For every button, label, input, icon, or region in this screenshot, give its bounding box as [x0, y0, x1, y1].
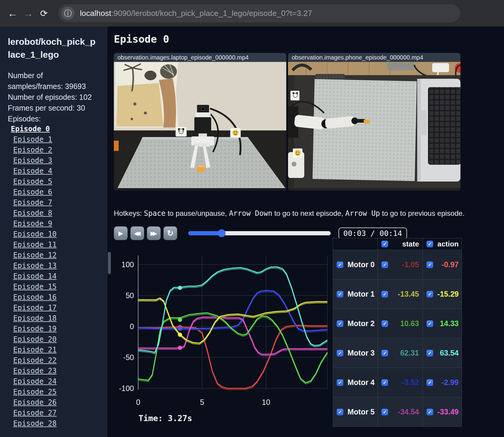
motor-checkbox[interactable]: ✓: [337, 261, 343, 268]
episode-list-item: Episode 18: [8, 313, 101, 324]
loop-button[interactable]: ↻: [163, 226, 177, 240]
episode-link[interactable]: Episode 26: [13, 398, 57, 407]
motor-checkbox[interactable]: ✓: [337, 291, 343, 298]
state-checkbox[interactable]: ✓: [381, 350, 388, 356]
hotkeys-help: Hotkeys: Space to pause/unpause, Arrow D…: [114, 209, 465, 218]
svg-text:10: 10: [262, 398, 270, 406]
episode-list-item: Episode 27: [8, 408, 101, 419]
state-checkbox[interactable]: ✓: [381, 261, 388, 268]
episode-link[interactable]: Episode 12: [13, 251, 57, 259]
sidebar: lerobot/koch_pick_place_1_lego Number of…: [0, 26, 107, 437]
action-cell: ✓-33.49: [423, 397, 462, 426]
motor-name-cell: ✓Motor 2: [333, 309, 378, 338]
episode-link[interactable]: Episode 2: [13, 146, 52, 154]
dataset-stats: Number of samples/frames: 39693 Number o…: [8, 70, 95, 124]
episode-link[interactable]: Episode 19: [13, 325, 57, 333]
state-value: 62.31: [400, 349, 419, 357]
state-value: 10.63: [400, 319, 419, 328]
episode-list-item: Episode 0: [8, 124, 101, 135]
episode-link[interactable]: Episode 6: [13, 188, 52, 196]
forward-icon[interactable]: →: [20, 8, 36, 19]
motor-row: ✓Motor 5✓-34.54✓-33.49: [333, 397, 462, 426]
seek-slider[interactable]: [188, 231, 331, 235]
dataset-title: lerobot/koch_pick_place_1_lego: [8, 35, 98, 61]
action-checkbox[interactable]: ✓: [427, 291, 433, 298]
back-icon[interactable]: ←: [5, 8, 20, 19]
svg-text:-100: -100: [119, 384, 134, 393]
motor-checkbox[interactable]: ✓: [337, 320, 343, 327]
video-title-laptop: observation.images.laptop_episode_000000…: [114, 53, 286, 62]
episode-link[interactable]: Episode 28: [13, 419, 57, 428]
episode-link[interactable]: Episode 23: [13, 367, 57, 375]
stat-samples: Number of samples/frames: 39693: [8, 70, 95, 92]
state-checkbox[interactable]: ✓: [381, 409, 388, 415]
url-bar[interactable]: ⓘ localhost:9090/lerobot/koch_pick_place…: [58, 4, 460, 22]
episode-link[interactable]: Episode 14: [13, 272, 57, 280]
state-all-checkbox[interactable]: ✓: [381, 241, 388, 247]
state-checkbox[interactable]: ✓: [381, 379, 388, 386]
episode-link[interactable]: Episode 9: [13, 219, 52, 228]
episode-list-item: Episode 12: [8, 250, 101, 261]
episode-list-item: Episode 21: [8, 345, 101, 356]
motor-name: Motor 3: [348, 349, 375, 357]
svg-text:50: 50: [126, 291, 134, 300]
episode-link[interactable]: Episode 21: [13, 346, 57, 354]
action-checkbox[interactable]: ✓: [427, 350, 433, 356]
scrollbar-thumb[interactable]: [108, 252, 111, 274]
motor-checkbox[interactable]: ✓: [337, 350, 343, 356]
action-checkbox[interactable]: ✓: [427, 409, 433, 415]
play-button[interactable]: ▶: [114, 226, 128, 240]
state-value: -13.45: [398, 290, 419, 298]
browser-chrome: ← → ⟳ ⓘ localhost:9090/lerobot/koch_pick…: [0, 0, 504, 26]
episode-link[interactable]: Episode 15: [13, 283, 57, 291]
episode-link[interactable]: Episode 10: [13, 230, 57, 238]
episode-link[interactable]: Episode 18: [13, 314, 57, 322]
rewind-button[interactable]: ◀◀: [130, 226, 144, 240]
episode-link[interactable]: Episode 0: [11, 125, 50, 133]
episode-link[interactable]: Episode 7: [13, 198, 52, 207]
episode-link[interactable]: Episode 11: [13, 240, 57, 249]
motor-name: Motor 0: [348, 260, 375, 269]
state-cell: ✓-1.05: [378, 250, 423, 279]
motor-row: ✓Motor 3✓62.31✓63.54: [333, 338, 462, 368]
motor-name-cell: ✓Motor 0: [333, 250, 378, 279]
action-cell: ✓63.54: [423, 338, 462, 368]
action-checkbox[interactable]: ✓: [427, 320, 433, 327]
episode-link[interactable]: Episode 1: [13, 135, 52, 144]
action-all-checkbox[interactable]: ✓: [427, 241, 433, 247]
episode-link[interactable]: Episode 27: [13, 409, 57, 417]
episode-link[interactable]: Episode 25: [13, 388, 57, 396]
motor-checkbox[interactable]: ✓: [337, 409, 343, 415]
episode-link[interactable]: Episode 5: [13, 177, 52, 186]
episode-list-item: Episode 25: [8, 387, 101, 398]
rewind-icon: ◀◀: [134, 230, 138, 237]
action-checkbox[interactable]: ✓: [427, 379, 433, 386]
fast-forward-icon: ▶▶: [150, 230, 155, 237]
motor-row: ✓Motor 0✓-1.05✓-0.97: [333, 250, 462, 279]
action-header-label: action: [437, 240, 459, 248]
episode-link[interactable]: Episode 16: [13, 293, 57, 301]
episode-link[interactable]: Episode 8: [13, 209, 52, 217]
episode-link[interactable]: Episode 24: [13, 377, 57, 386]
fast-forward-button[interactable]: ▶▶: [147, 226, 161, 240]
state-checkbox[interactable]: ✓: [381, 320, 388, 327]
episode-link[interactable]: Episode 17: [13, 304, 57, 312]
episode-link[interactable]: Episode 22: [13, 356, 57, 365]
episode-list-item: Episode 8: [8, 208, 101, 219]
main-content: Episode 0: [107, 26, 504, 437]
action-checkbox[interactable]: ✓: [427, 261, 433, 268]
site-info-icon[interactable]: ⓘ: [61, 7, 74, 20]
episode-link[interactable]: Episode 4: [13, 167, 52, 175]
episode-link[interactable]: Episode 3: [13, 156, 52, 165]
motor-name-cell: ✓Motor 5: [333, 397, 378, 426]
reload-icon[interactable]: ⟳: [36, 8, 52, 19]
motor-row: ✓Motor 2✓10.63✓14.33: [333, 309, 462, 338]
state-checkbox[interactable]: ✓: [381, 291, 388, 298]
motor-name: Motor 2: [348, 319, 375, 328]
action-value: -33.49: [437, 408, 459, 416]
episode-link[interactable]: Episode 20: [13, 335, 57, 344]
episode-link[interactable]: Episode 13: [13, 261, 57, 270]
slider-thumb[interactable]: [218, 229, 226, 237]
action-value: -0.97: [442, 260, 459, 269]
motor-checkbox[interactable]: ✓: [337, 379, 343, 386]
